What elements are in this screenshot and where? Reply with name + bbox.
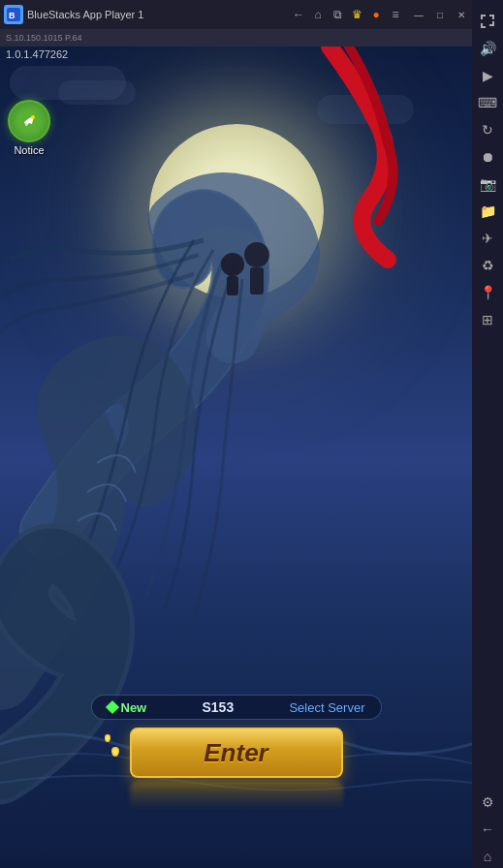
play-icon[interactable]: ▶ [476, 64, 499, 87]
nav-buttons: ← ⌂ ⧉ ♛ ● ≡ [290, 6, 404, 23]
new-label: New [121, 700, 147, 715]
record-icon[interactable]: ⏺ [476, 145, 499, 169]
settings-icon[interactable]: ⚙ [476, 790, 499, 814]
nav-back-btn[interactable]: ← [290, 6, 307, 23]
svg-point-2 [221, 253, 244, 276]
nav-dot-btn[interactable]: ● [367, 6, 385, 23]
svg-text:B: B [9, 11, 16, 20]
fullscreen-icon[interactable] [476, 10, 499, 33]
bottom-ui: New S153 Select Server Enter [0, 695, 472, 810]
notice-icon-circle [8, 100, 50, 142]
eco-icon[interactable]: ♻ [476, 254, 499, 277]
nav-crown-btn[interactable]: ♛ [348, 6, 365, 23]
game-area: 1.0.1.477262 Notice New S153 [0, 46, 472, 868]
enter-button-reflection [130, 781, 343, 810]
minimize-button[interactable]: — [408, 4, 429, 25]
megaphone-icon [16, 108, 42, 134]
location-icon[interactable]: 📍 [476, 281, 499, 304]
svg-rect-6 [0, 812, 472, 868]
server-name: S153 [202, 699, 234, 715]
enter-button[interactable]: Enter [130, 728, 343, 778]
nav-menu-btn[interactable]: ≡ [387, 6, 404, 23]
server-row: New S153 Select Server [91, 695, 382, 720]
svg-point-4 [244, 242, 269, 267]
refresh-icon[interactable]: ↻ [476, 118, 499, 141]
select-server-button[interactable]: Select Server [289, 700, 364, 715]
svg-rect-3 [227, 276, 238, 295]
screenshot-icon[interactable]: 📷 [476, 172, 499, 196]
home-sidebar-icon[interactable]: ⌂ [476, 845, 499, 868]
new-badge: New [108, 700, 147, 715]
version-overlay: 1.0.1.477262 [6, 48, 68, 60]
title-bar: B BlueStacks App Player 1 ← ⌂ ⧉ ♛ ● ≡ — … [0, 0, 472, 29]
version-text: S.10.150.1015 P.64 [6, 33, 81, 43]
keyboard-icon[interactable]: ⌨ [476, 91, 499, 114]
diamond-icon [105, 700, 118, 714]
notice-button[interactable]: Notice [8, 100, 50, 156]
app-title: BlueStacks App Player 1 [27, 9, 290, 20]
background-scene: 1.0.1.477262 Notice New S153 [0, 46, 472, 868]
maximize-button[interactable]: □ [429, 4, 451, 25]
svg-rect-5 [250, 267, 264, 294]
airplane-icon[interactable]: ✈ [476, 227, 499, 250]
nav-home-btn[interactable]: ⌂ [309, 6, 327, 23]
nav-tabs-btn[interactable]: ⧉ [329, 6, 346, 23]
layers-icon[interactable]: ⊞ [476, 308, 499, 331]
svg-point-8 [31, 115, 35, 119]
enter-label: Enter [204, 738, 267, 768]
second-bar: S.10.150.1015 P.64 [0, 29, 472, 46]
right-sidebar: 🔊 ▶ ⌨ ↻ ⏺ 📷 📁 ✈ ♻ 📍 ⊞ ⚙ ← ⌂ [472, 0, 503, 868]
back-icon[interactable]: ← [476, 818, 499, 841]
notice-label: Notice [14, 144, 44, 156]
folder-icon[interactable]: 📁 [476, 200, 499, 223]
volume-icon[interactable]: 🔊 [476, 37, 499, 60]
close-button[interactable]: ✕ [451, 4, 472, 25]
app-icon: B [4, 5, 23, 24]
